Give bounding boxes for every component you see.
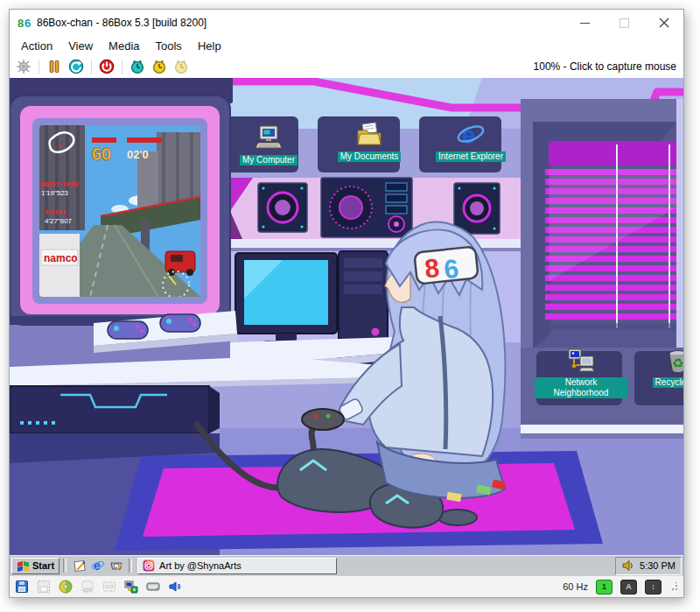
desktop-icon-label: My Computer <box>240 155 298 165</box>
taskbar-window-button[interactable]: Art by @ShynaArts <box>137 558 337 574</box>
desktop-icon-recycle-bin[interactable]: ♻ Recycle Bin <box>633 346 683 388</box>
close-icon <box>659 18 669 28</box>
gamepad <box>160 314 200 332</box>
toolbar-separator <box>38 60 39 74</box>
titlebar: 8 6 86Box-chan - 86Box 5.3 [build 8200] <box>10 10 683 36</box>
window-title: 86Box-chan - 86Box 5.3 [build 8200] <box>37 17 565 29</box>
clip-digit-6: 6 <box>443 254 460 285</box>
statusbar: 60 Hz 1 A ↕ <box>10 575 683 597</box>
sound-icon[interactable] <box>168 580 182 594</box>
my-documents-icon <box>354 120 384 150</box>
maximize-button[interactable] <box>605 10 644 36</box>
svg-text:e: e <box>94 559 101 573</box>
toolbar: 100% - Click to capture mouse <box>10 55 683 78</box>
refresh-rate: 60 Hz <box>563 581 588 592</box>
86box-window: 8 6 86Box-chan - 86Box 5.3 [build 8200] … <box>9 9 684 598</box>
scroll-lock-indicator: ↕ <box>645 580 662 594</box>
clock-dim-icon <box>173 59 189 74</box>
taskbar: Start e <box>10 555 683 575</box>
start-label: Start <box>32 560 54 571</box>
ctrl-break-button[interactable] <box>172 58 190 75</box>
ctrl-alt-esc-button[interactable] <box>150 58 168 75</box>
floppy-drive-empty-icon[interactable] <box>37 580 51 594</box>
fullscreen-button[interactable] <box>15 58 32 75</box>
recycle-bin-icon: ♻ <box>663 346 683 376</box>
quicklaunch-show-desktop[interactable] <box>107 558 125 574</box>
desktop-icon-label: Internet Explorer <box>436 151 506 162</box>
toolbar-separator <box>91 60 92 74</box>
capture-status: 100% - Click to capture mouse <box>534 60 678 73</box>
hud-best-value: 1'19"523 <box>41 189 69 197</box>
menu-action[interactable]: Action <box>13 38 60 54</box>
num-lock-indicator: 1 <box>596 580 612 594</box>
network-icon[interactable] <box>124 580 138 594</box>
acpi-shutdown-button[interactable] <box>98 58 116 75</box>
ctrl-alt-del-button[interactable] <box>129 58 146 75</box>
clip-digit-8: 8 <box>424 253 441 284</box>
cassette-icon[interactable] <box>102 580 116 594</box>
hud-best-label: BEST TIME <box>41 180 79 188</box>
minimize-button[interactable] <box>565 10 605 36</box>
clock-yellow-icon <box>151 59 167 74</box>
svg-text:6: 6 <box>24 17 31 30</box>
resize-grip[interactable] <box>669 582 678 591</box>
svg-text:8: 8 <box>18 17 24 30</box>
86box-app-icon: 8 6 <box>18 16 32 30</box>
toolbar-separator <box>122 60 122 74</box>
taskbar-clock[interactable]: 5:30 PM <box>640 560 676 571</box>
emulated-screen[interactable]: namco 60 02'0 BEST TIME 1'19"523 TOTAL 4… <box>10 78 683 575</box>
menu-view[interactable]: View <box>60 38 101 54</box>
maximize-icon <box>620 18 629 28</box>
fullscreen-icon <box>16 59 32 74</box>
hard-disk-icon[interactable] <box>146 580 160 594</box>
task-button-label: Art by @ShynaArts <box>159 560 242 571</box>
hud-total-value: 4'27"607 <box>45 217 73 225</box>
system-tray: 5:30 PM <box>615 557 682 575</box>
menu-tools[interactable]: Tools <box>148 38 190 54</box>
caps-lock-indicator: A <box>620 580 637 594</box>
desktop-icon-label: Network Neighborhood <box>535 377 627 398</box>
desktop-icon-my-computer[interactable]: My Computer <box>227 123 311 165</box>
cdrom-icon[interactable] <box>59 580 73 594</box>
quicklaunch-internet-explorer[interactable]: e <box>88 558 107 574</box>
pause-icon <box>46 59 62 74</box>
menu-help[interactable]: Help <box>190 38 229 54</box>
pause-button[interactable] <box>46 58 63 75</box>
hud-total-label: TOTAL <box>45 208 67 216</box>
windows-flag-icon <box>17 560 30 572</box>
taskbar-divider <box>63 559 66 573</box>
compose-mail-icon <box>73 559 87 573</box>
minimize-icon <box>580 23 590 24</box>
taskbar-divider <box>129 559 132 573</box>
desktop-icon-network-neighborhood[interactable]: Network Neighborhood <box>535 346 627 398</box>
reset-icon <box>68 59 84 74</box>
desktop-icon-my-documents[interactable]: My Documents <box>326 120 412 162</box>
floppy-drive-icon[interactable] <box>15 580 29 594</box>
desktop-icon-internet-explorer[interactable]: e Internet Explorer <box>430 120 512 162</box>
crt-tv: namco 60 02'0 BEST TIME 1'19"523 TOTAL 4… <box>10 95 230 325</box>
racing-game-screen: namco 60 02'0 BEST TIME 1'19"523 TOTAL 4… <box>39 125 200 298</box>
quicklaunch-outlook-express[interactable] <box>70 558 88 574</box>
hud-speed: 60 <box>92 144 111 164</box>
start-button[interactable]: Start <box>11 558 60 574</box>
internet-explorer-icon: e <box>91 559 105 573</box>
internet-explorer-icon: e <box>456 120 486 150</box>
volume-icon[interactable] <box>621 559 635 572</box>
desktop-icon-label: Recycle Bin <box>653 377 683 388</box>
zip-drive-icon[interactable] <box>80 580 94 594</box>
speaker-shelf <box>230 178 521 251</box>
menubar: Action View Media Tools Help <box>10 36 683 55</box>
my-computer-icon <box>254 123 284 153</box>
menu-media[interactable]: Media <box>101 38 147 54</box>
shutdown-icon <box>99 59 115 74</box>
svg-text:♻: ♻ <box>672 355 683 370</box>
hard-reset-button[interactable] <box>67 58 85 75</box>
show-desktop-icon <box>109 559 123 573</box>
instagram-icon <box>143 559 155 572</box>
network-neighborhood-icon <box>566 346 596 376</box>
gamepad <box>108 321 148 339</box>
hud-time: 02'0 <box>127 148 149 161</box>
clock-teal-icon <box>130 59 145 74</box>
close-button[interactable] <box>644 10 683 36</box>
billboard-text: namco <box>44 252 78 264</box>
